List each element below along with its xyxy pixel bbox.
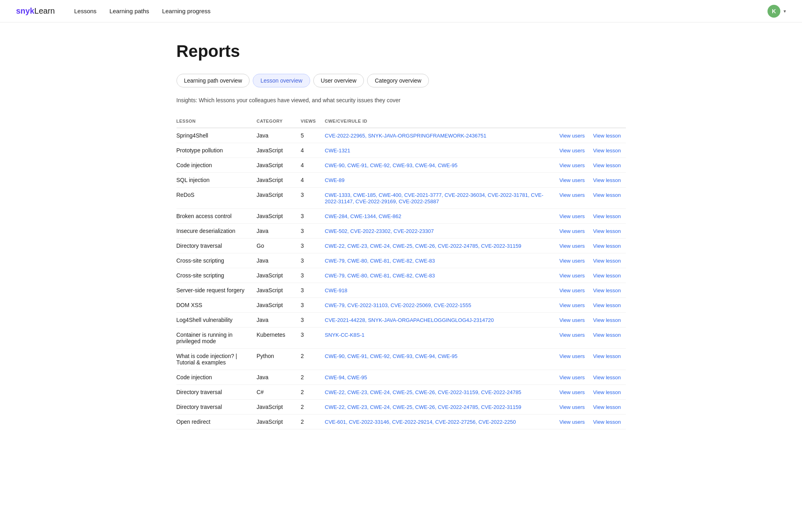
cell-lesson-11: DOM XSS xyxy=(177,298,257,313)
view-lesson-link-3[interactable]: View lesson xyxy=(593,177,621,183)
cwe-link-11[interactable]: CWE-79, CVE-2022-31103, CVE-2022-25069, … xyxy=(325,302,471,308)
cell-view-lesson-11: View lesson xyxy=(590,298,626,313)
view-users-link-3[interactable]: View users xyxy=(559,177,585,183)
nav-learning-progress[interactable]: Learning progress xyxy=(162,8,211,14)
cwe-link-8[interactable]: CWE-79, CWE-80, CWE-81, CWE-82, CWE-83 xyxy=(325,258,435,264)
tab-learning-path-overview[interactable]: Learning path overview xyxy=(177,74,250,87)
cwe-link-17[interactable]: CWE-22, CWE-23, CWE-24, CWE-25, CWE-26, … xyxy=(325,404,522,410)
view-users-link-10[interactable]: View users xyxy=(559,287,585,293)
cell-view-users-15: View users xyxy=(554,370,590,385)
page-content: Reports Learning path overview Lesson ov… xyxy=(160,22,642,449)
view-lesson-link-13[interactable]: View lesson xyxy=(593,332,621,338)
view-lesson-link-17[interactable]: View lesson xyxy=(593,404,621,410)
cwe-link-10[interactable]: CWE-918 xyxy=(325,287,347,293)
col-header-action2 xyxy=(590,115,626,128)
view-users-link-11[interactable]: View users xyxy=(559,302,585,308)
view-users-link-7[interactable]: View users xyxy=(559,243,585,249)
cell-view-lesson-10: View lesson xyxy=(590,283,626,298)
logo-link[interactable]: snyk Learn xyxy=(16,6,55,16)
cwe-link-6[interactable]: CWE-502, CVE-2022-23302, CVE-2022-23307 xyxy=(325,228,434,234)
cell-cwe-13: SNYK-CC-K8S-1 xyxy=(325,328,554,349)
view-lesson-link-18[interactable]: View lesson xyxy=(593,419,621,425)
tab-category-overview[interactable]: Category overview xyxy=(367,74,429,87)
view-lesson-link-14[interactable]: View lesson xyxy=(593,353,621,359)
view-users-link-2[interactable]: View users xyxy=(559,162,585,168)
view-users-link-13[interactable]: View users xyxy=(559,332,585,338)
view-users-link-15[interactable]: View users xyxy=(559,374,585,380)
cell-category-18: JavaScript xyxy=(257,415,301,429)
table-body: Spring4Shell Java 5 CVE-2022-22965, SNYK… xyxy=(177,128,626,429)
cwe-link-3[interactable]: CWE-89 xyxy=(325,177,345,183)
view-users-link-14[interactable]: View users xyxy=(559,353,585,359)
cwe-link-0[interactable]: CVE-2022-22965, SNYK-JAVA-ORGSPRINGFRAME… xyxy=(325,133,487,139)
view-users-link-12[interactable]: View users xyxy=(559,317,585,323)
cell-views-14: 2 xyxy=(301,349,325,370)
cwe-link-1[interactable]: CWE-1321 xyxy=(325,148,351,154)
view-users-link-4[interactable]: View users xyxy=(559,192,585,198)
cell-views-15: 2 xyxy=(301,370,325,385)
cell-views-6: 3 xyxy=(301,224,325,239)
nav-lessons[interactable]: Lessons xyxy=(74,8,97,14)
cell-lesson-3: SQL injection xyxy=(177,173,257,188)
cwe-link-14[interactable]: CWE-90, CWE-91, CWE-92, CWE-93, CWE-94, … xyxy=(325,353,458,359)
view-lesson-link-1[interactable]: View lesson xyxy=(593,148,621,154)
view-lesson-link-10[interactable]: View lesson xyxy=(593,287,621,293)
cwe-link-18[interactable]: CVE-601, CVE-2022-33146, CVE-2022-29214,… xyxy=(325,419,516,425)
tab-user-overview[interactable]: User overview xyxy=(313,74,364,87)
cell-cwe-7: CWE-22, CWE-23, CWE-24, CWE-25, CWE-26, … xyxy=(325,239,554,253)
view-lesson-link-7[interactable]: View lesson xyxy=(593,243,621,249)
view-users-link-16[interactable]: View users xyxy=(559,389,585,395)
cell-lesson-16: Directory traversal xyxy=(177,385,257,400)
cell-views-17: 2 xyxy=(301,400,325,415)
view-lesson-link-5[interactable]: View lesson xyxy=(593,213,621,219)
cell-view-lesson-18: View lesson xyxy=(590,415,626,429)
cwe-link-9[interactable]: CWE-79, CWE-80, CWE-81, CWE-82, CWE-83 xyxy=(325,273,435,279)
cell-view-users-16: View users xyxy=(554,385,590,400)
cell-view-users-14: View users xyxy=(554,349,590,370)
view-lesson-link-11[interactable]: View lesson xyxy=(593,302,621,308)
cell-views-12: 3 xyxy=(301,313,325,328)
cell-view-lesson-5: View lesson xyxy=(590,209,626,224)
cell-view-lesson-9: View lesson xyxy=(590,268,626,283)
cell-views-11: 3 xyxy=(301,298,325,313)
nav-learning-paths[interactable]: Learning paths xyxy=(110,8,149,14)
lessons-table: LESSON CATEGORY VIEWS CWE/CVE/RULE ID Sp… xyxy=(177,115,626,429)
table-row: Insecure deserialization Java 3 CWE-502,… xyxy=(177,224,626,239)
view-users-link-5[interactable]: View users xyxy=(559,213,585,219)
cell-cwe-9: CWE-79, CWE-80, CWE-81, CWE-82, CWE-83 xyxy=(325,268,554,283)
cwe-link-2[interactable]: CWE-90, CWE-91, CWE-92, CWE-93, CWE-94, … xyxy=(325,162,458,168)
cell-views-18: 2 xyxy=(301,415,325,429)
view-lesson-link-15[interactable]: View lesson xyxy=(593,374,621,380)
avatar[interactable]: K xyxy=(767,5,780,18)
cell-views-10: 3 xyxy=(301,283,325,298)
tab-lesson-overview[interactable]: Lesson overview xyxy=(253,74,310,87)
view-users-link-17[interactable]: View users xyxy=(559,404,585,410)
view-users-link-0[interactable]: View users xyxy=(559,133,585,139)
view-lesson-link-16[interactable]: View lesson xyxy=(593,389,621,395)
view-users-link-1[interactable]: View users xyxy=(559,148,585,154)
view-lesson-link-8[interactable]: View lesson xyxy=(593,258,621,264)
view-lesson-link-2[interactable]: View lesson xyxy=(593,162,621,168)
view-lesson-link-4[interactable]: View lesson xyxy=(593,192,621,198)
cwe-link-7[interactable]: CWE-22, CWE-23, CWE-24, CWE-25, CWE-26, … xyxy=(325,243,522,249)
cell-category-6: Java xyxy=(257,224,301,239)
cell-views-9: 3 xyxy=(301,268,325,283)
cell-cwe-10: CWE-918 xyxy=(325,283,554,298)
table-row: Log4Shell vulnerability Java 3 CVE-2021-… xyxy=(177,313,626,328)
view-lesson-link-12[interactable]: View lesson xyxy=(593,317,621,323)
cwe-link-16[interactable]: CWE-22, CWE-23, CWE-24, CWE-25, CWE-26, … xyxy=(325,389,522,395)
col-header-lesson: LESSON xyxy=(177,115,257,128)
table-row: Prototype pollution JavaScript 4 CWE-132… xyxy=(177,143,626,158)
cwe-link-5[interactable]: CWE-284, CWE-1344, CWE-862 xyxy=(325,213,402,219)
cwe-link-12[interactable]: CVE-2021-44228, SNYK-JAVA-ORGAPACHELOGGI… xyxy=(325,317,494,323)
cwe-link-13[interactable]: SNYK-CC-K8S-1 xyxy=(325,332,365,338)
cwe-link-4[interactable]: CWE-1333, CWE-185, CWE-400, CVE-2021-377… xyxy=(325,192,544,204)
cwe-link-15[interactable]: CWE-94, CWE-95 xyxy=(325,374,367,380)
view-users-link-9[interactable]: View users xyxy=(559,273,585,279)
view-users-link-8[interactable]: View users xyxy=(559,258,585,264)
view-users-link-18[interactable]: View users xyxy=(559,419,585,425)
view-lesson-link-0[interactable]: View lesson xyxy=(593,133,621,139)
view-lesson-link-6[interactable]: View lesson xyxy=(593,228,621,234)
view-lesson-link-9[interactable]: View lesson xyxy=(593,273,621,279)
view-users-link-6[interactable]: View users xyxy=(559,228,585,234)
